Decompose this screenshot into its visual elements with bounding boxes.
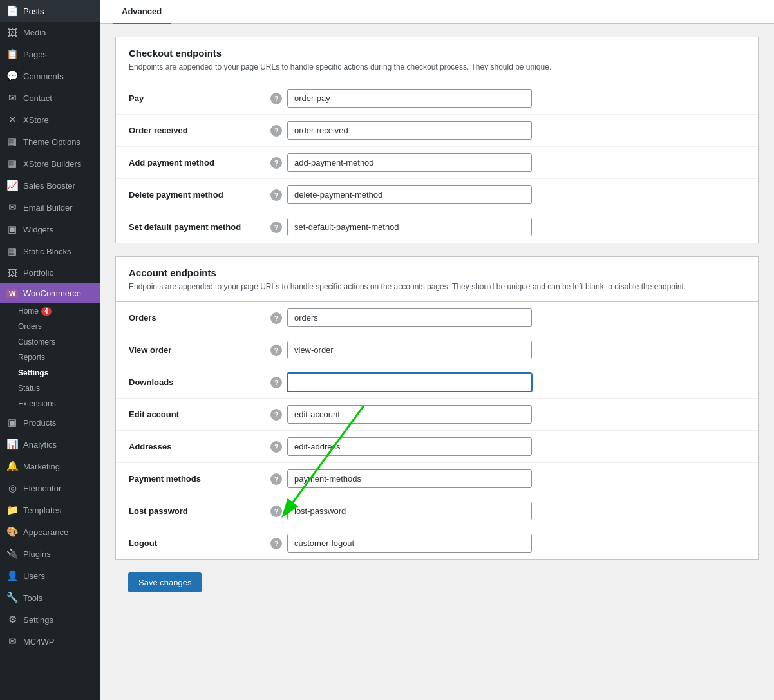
sidebar-item-plugins[interactable]: 🔌 Plugins — [0, 543, 100, 565]
xstore-icon: ✕ — [6, 114, 18, 126]
sidebar-item-label: Portfolio — [23, 268, 54, 278]
field-label-lost-password: Lost password — [116, 495, 258, 527]
field-label-order-received: Order received — [116, 115, 258, 147]
sidebar-item-email-builder[interactable]: ✉ Email Builder — [0, 196, 100, 218]
submenu-item-extensions[interactable]: Extensions — [0, 396, 100, 411]
xstore-builders-icon: ▦ — [6, 158, 18, 169]
sidebar-item-label: Templates — [23, 506, 61, 515]
sidebar-item-label: Static Blocks — [23, 247, 71, 256]
submenu-label: Reports — [18, 353, 45, 362]
sidebar-item-templates[interactable]: 📁 Templates — [0, 499, 100, 521]
sidebar-item-static-blocks[interactable]: ▦ Static Blocks — [0, 240, 100, 262]
sidebar-item-settings[interactable]: ⚙ Settings — [0, 609, 100, 630]
posts-icon: 📄 — [6, 5, 18, 17]
table-row: Delete payment method ? — [116, 179, 758, 211]
tab-advanced[interactable]: Advanced — [113, 0, 171, 24]
field-row-view-order: ? — [270, 341, 745, 359]
help-icon-set-default-payment-method[interactable]: ? — [270, 222, 282, 233]
sidebar-item-portfolio[interactable]: 🖼 Portfolio — [0, 262, 100, 283]
sidebar-item-label: Sales Booster — [23, 181, 75, 191]
submenu-item-orders[interactable]: Orders — [0, 319, 100, 334]
field-row-add-payment-method: ? — [270, 153, 745, 172]
help-icon-edit-account[interactable]: ? — [270, 409, 282, 421]
submenu-item-reports[interactable]: Reports — [0, 350, 100, 365]
field-label-delete-payment-method: Delete payment method — [116, 179, 258, 211]
submenu-label: Home — [18, 307, 39, 316]
input-downloads[interactable] — [287, 373, 532, 392]
table-row: Lost password ? — [116, 495, 758, 527]
media-icon: 🖼 — [6, 27, 18, 38]
plugins-icon: 🔌 — [6, 548, 18, 560]
submenu-item-customers[interactable]: Customers — [0, 334, 100, 350]
sidebar-item-label: WooCommerce — [23, 289, 81, 298]
input-order-received[interactable] — [287, 121, 532, 140]
help-icon-add-payment-method[interactable]: ? — [270, 157, 282, 169]
input-orders[interactable] — [287, 308, 532, 327]
sidebar-item-woocommerce[interactable]: W WooCommerce — [0, 283, 100, 303]
input-edit-account[interactable] — [287, 405, 532, 424]
input-view-order[interactable] — [287, 341, 532, 359]
help-icon-payment-methods[interactable]: ? — [270, 473, 282, 485]
sidebar-item-tools[interactable]: 🔧 Tools — [0, 587, 100, 609]
sidebar-item-label: Products — [23, 418, 56, 428]
account-endpoints-title: Account endpoints — [129, 267, 745, 278]
sidebar-item-products[interactable]: ▣ Products — [0, 411, 100, 433]
field-row-lost-password: ? — [270, 502, 745, 520]
save-changes-button[interactable]: Save changes — [128, 572, 202, 592]
sidebar-item-posts[interactable]: 📄 Posts — [0, 0, 100, 22]
sidebar-item-sales-booster[interactable]: 📈 Sales Booster — [0, 175, 100, 196]
input-lost-password[interactable] — [287, 502, 532, 520]
table-row: Add payment method ? — [116, 147, 758, 179]
sidebar-item-contact[interactable]: ✉ Contact — [0, 87, 100, 109]
input-addresses[interactable] — [287, 437, 532, 456]
checkout-endpoints-section: Checkout endpoints Endpoints are appende… — [115, 37, 759, 243]
input-payment-methods[interactable] — [287, 469, 532, 488]
sidebar-item-analytics[interactable]: 📊 Analytics — [0, 433, 100, 455]
submenu-item-status[interactable]: Status — [0, 381, 100, 396]
help-icon-delete-payment-method[interactable]: ? — [270, 189, 282, 201]
field-label-payment-methods: Payment methods — [116, 463, 258, 495]
field-label-addresses: Addresses — [116, 431, 258, 463]
input-add-payment-method[interactable] — [287, 153, 532, 172]
pages-icon: 📋 — [6, 48, 18, 60]
sidebar-item-comments[interactable]: 💬 Comments — [0, 65, 100, 87]
help-icon-addresses[interactable]: ? — [270, 441, 282, 453]
sidebar-item-label: Analytics — [23, 440, 57, 449]
help-icon-order-received[interactable]: ? — [270, 125, 282, 137]
help-icon-pay[interactable]: ? — [270, 93, 282, 104]
sidebar-item-users[interactable]: 👤 Users — [0, 565, 100, 587]
help-icon-logout[interactable]: ? — [270, 538, 282, 549]
products-icon: ▣ — [6, 417, 18, 428]
sidebar-item-theme-options[interactable]: ▦ Theme Options — [0, 131, 100, 153]
help-icon-view-order[interactable]: ? — [270, 345, 282, 356]
table-row: Logout ? — [116, 527, 758, 560]
input-delete-payment-method[interactable] — [287, 185, 532, 204]
input-pay[interactable] — [287, 89, 532, 108]
field-row-orders: ? — [270, 308, 745, 327]
sidebar-item-mc4wp[interactable]: ✉ MC4WP — [0, 630, 100, 652]
static-blocks-icon: ▦ — [6, 245, 18, 257]
home-badge: 4 — [41, 307, 52, 316]
table-row: Order received ? — [116, 115, 758, 147]
sidebar-item-media[interactable]: 🖼 Media — [0, 22, 100, 43]
input-set-default-payment-method[interactable] — [287, 218, 532, 236]
submenu-item-settings[interactable]: Settings — [0, 365, 100, 381]
sidebar-item-appearance[interactable]: 🎨 Appearance — [0, 521, 100, 543]
sidebar-item-pages[interactable]: 📋 Pages — [0, 43, 100, 65]
sidebar-item-widgets[interactable]: ▣ Widgets — [0, 218, 100, 240]
sidebar-item-elementor[interactable]: ◎ Elementor — [0, 477, 100, 499]
field-row-addresses: ? — [270, 437, 745, 456]
submenu-item-home[interactable]: Home 4 — [0, 303, 100, 319]
sidebar-item-xstore[interactable]: ✕ XStore — [0, 109, 100, 131]
sidebar-item-label: XStore Builders — [23, 159, 81, 169]
table-row: Addresses ? — [116, 431, 758, 463]
input-logout[interactable] — [287, 534, 532, 553]
tab-bar: Advanced — [100, 0, 774, 24]
sidebar-item-marketing[interactable]: 🔔 Marketing — [0, 455, 100, 477]
account-endpoints-table: Orders ? View order ? Downloads ? — [116, 302, 758, 559]
table-row: Pay ? — [116, 82, 758, 115]
help-icon-downloads[interactable]: ? — [270, 377, 282, 388]
help-icon-lost-password[interactable]: ? — [270, 506, 282, 517]
help-icon-orders[interactable]: ? — [270, 312, 282, 324]
sidebar-item-xstore-builders[interactable]: ▦ XStore Builders — [0, 153, 100, 175]
